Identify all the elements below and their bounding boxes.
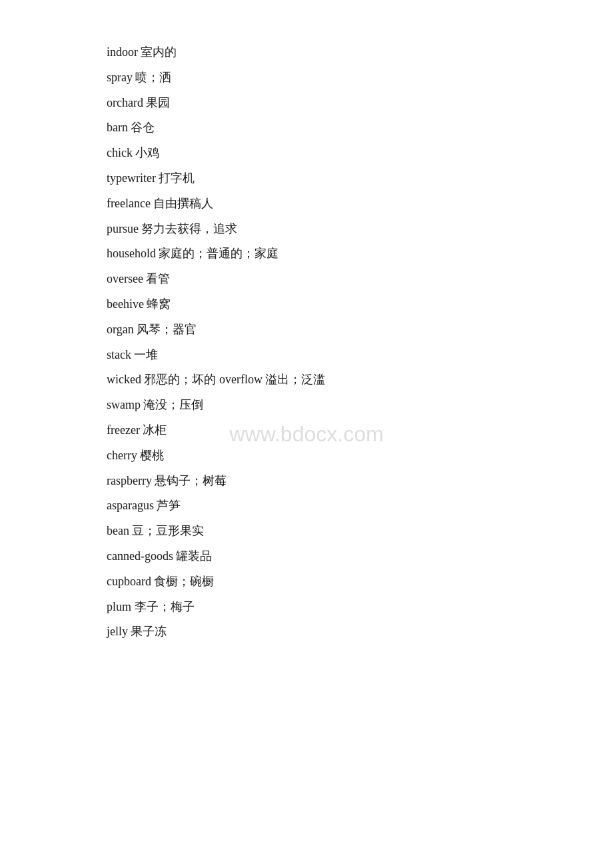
list-item: chick 小鸡 (107, 141, 506, 166)
vocabulary-list: indoor 室内的spray 喷；洒orchard 果园barn 谷仓chic… (107, 40, 506, 645)
list-item: pursue 努力去获得，追求 (107, 217, 506, 242)
list-item: cupboard 食橱；碗橱 (107, 569, 506, 595)
list-item: freelance 自由撰稿人 (107, 191, 506, 217)
list-item: spray 喷；洒 (107, 65, 506, 91)
list-item: orchard 果园 (107, 91, 506, 116)
list-item: cherry 樱桃 (107, 443, 506, 469)
list-item: barn 谷仓 (107, 115, 506, 141)
list-item: typewriter 打字机 (107, 166, 506, 191)
list-item: organ 风琴；器官 (107, 317, 506, 343)
list-item: plum 李子；梅子 (107, 595, 506, 620)
list-item: raspberry 悬钩子；树莓 (107, 469, 506, 494)
list-item: stack 一堆 (107, 343, 506, 368)
list-item: oversee 看管 (107, 267, 506, 292)
list-item: indoor 室内的 (107, 40, 506, 65)
list-item: beehive 蜂窝 (107, 292, 506, 317)
list-item: canned-goods 罐装品 (107, 544, 506, 569)
list-item: swamp 淹没；压倒 (107, 393, 506, 418)
list-item: freezer 冰柜 (107, 418, 506, 443)
list-item: wicked 邪恶的；坏的 overflow 溢出；泛滥 (107, 367, 506, 393)
list-item: asparagus 芦笋 (107, 493, 506, 519)
list-item: household 家庭的；普通的；家庭 (107, 241, 506, 267)
list-item: jelly 果子冻 (107, 619, 506, 645)
list-item: bean 豆；豆形果实 (107, 519, 506, 544)
